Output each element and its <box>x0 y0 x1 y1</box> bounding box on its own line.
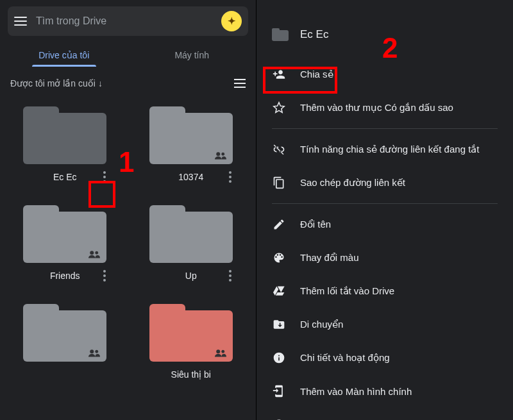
menu-label: Đổi tên <box>300 219 331 230</box>
menu-move[interactable]: Di chuyển <box>256 308 513 341</box>
menu-copy-link[interactable]: Sao chép đường liên kết <box>256 166 513 199</box>
trash-icon <box>272 417 286 420</box>
folder-icon <box>272 28 289 41</box>
menu-label: Di chuyển <box>300 319 343 330</box>
divider <box>272 203 498 204</box>
drive-shortcut-icon <box>272 284 286 298</box>
menu-details[interactable]: Chi tiết và hoạt động <box>256 341 513 374</box>
svg-point-2 <box>90 251 94 255</box>
folder-icon <box>149 205 233 263</box>
svg-point-5 <box>96 350 99 353</box>
folder-item[interactable]: Friends <box>4 199 126 281</box>
folder-move-icon <box>272 317 286 332</box>
folder-icon <box>23 106 106 164</box>
folder-icon <box>23 205 106 263</box>
sort-button[interactable]: Được tôi mở lần cuối↓ <box>10 78 103 88</box>
edit-icon <box>272 217 286 231</box>
folder-name: 10374 <box>178 172 203 182</box>
drive-file-list-screen: Tìm trong Drive ✦ Drive của tôi Máy tính… <box>0 0 256 420</box>
info-icon <box>272 351 286 365</box>
annotation-step-1: 1 <box>119 146 134 178</box>
folder-item[interactable]: Ec Ec <box>4 100 126 182</box>
drive-tabs: Drive của tôi Máy tính <box>0 42 256 67</box>
menu-star[interactable]: Thêm vào thư mục Có gắn dấu sao <box>256 91 513 124</box>
tab-my-drive[interactable]: Drive của tôi <box>0 42 128 67</box>
annotation-step-2: 2 <box>382 32 398 64</box>
more-options-icon[interactable] <box>226 267 234 284</box>
shared-icon <box>215 348 226 357</box>
menu-rename[interactable]: Đổi tên <box>256 208 513 241</box>
copy-icon <box>272 176 286 190</box>
folder-name: Ec Ec <box>53 172 77 182</box>
sheet-title: Ec Ec <box>300 28 328 41</box>
more-options-icon[interactable] <box>101 267 108 284</box>
menu-color[interactable]: Thay đổi màu <box>256 241 513 274</box>
actions-menu: Chia sẻ Thêm vào thư mục Có gắn dấu sao … <box>256 58 513 420</box>
menu-label: Chi tiết và hoạt động <box>300 352 390 364</box>
folder-icon <box>23 304 106 362</box>
menu-delete[interactable]: Xóa <box>256 408 513 420</box>
svg-point-6 <box>216 349 220 353</box>
folder-item[interactable]: Up <box>130 199 253 281</box>
search-bar[interactable]: Tìm trong Drive ✦ <box>8 6 248 36</box>
person-add-icon <box>272 67 286 81</box>
menu-label: Chia sẻ <box>300 69 333 80</box>
folder-actions-sheet: Ec Ec Chia sẻ Thêm vào thư mục Có gắn dấ… <box>256 0 513 420</box>
list-view-icon[interactable] <box>234 79 246 88</box>
tab-computers[interactable]: Máy tính <box>128 42 256 67</box>
svg-point-1 <box>221 153 224 156</box>
svg-point-0 <box>216 152 220 156</box>
more-options-icon[interactable] <box>226 169 234 185</box>
folder-icon <box>149 304 233 362</box>
folder-item[interactable]: 10374 <box>130 100 253 182</box>
link-off-icon <box>272 142 286 156</box>
divider <box>272 128 498 129</box>
menu-label: Thêm lối tắt vào Drive <box>300 285 394 297</box>
menu-label: Thêm vào Màn hình chính <box>300 386 412 397</box>
search-input[interactable]: Tìm trong Drive <box>36 15 212 27</box>
avatar[interactable]: ✦ <box>221 11 242 31</box>
palette-icon <box>272 251 286 265</box>
shared-icon <box>215 151 226 159</box>
folder-name: Up <box>185 271 197 281</box>
arrow-down-icon: ↓ <box>98 78 103 88</box>
star-outline-icon <box>272 101 286 115</box>
svg-point-4 <box>90 349 94 353</box>
menu-label: Tính năng chia sẻ đường liên kết đang tắ… <box>300 144 480 155</box>
menu-homescreen[interactable]: Thêm vào Màn hình chính <box>256 374 513 408</box>
folder-name: Friends <box>50 271 80 281</box>
menu-label: Sao chép đường liên kết <box>300 177 405 189</box>
add-to-home-icon <box>272 384 286 398</box>
shared-icon <box>88 348 100 357</box>
sort-row: Được tôi mở lần cuối↓ <box>0 67 256 94</box>
menu-label: Thay đổi màu <box>300 252 359 264</box>
svg-point-7 <box>221 350 224 353</box>
menu-label: Thêm vào thư mục Có gắn dấu sao <box>300 102 453 113</box>
folder-name: Siêu thị bi <box>171 369 211 380</box>
hamburger-menu-icon[interactable] <box>14 17 27 26</box>
more-options-icon[interactable] <box>101 169 108 185</box>
shared-icon <box>88 249 100 258</box>
menu-shortcut[interactable]: Thêm lối tắt vào Drive <box>256 274 513 308</box>
folder-grid: Ec Ec 10374 <box>0 94 256 380</box>
folder-item[interactable] <box>4 298 126 380</box>
folder-icon <box>149 106 233 164</box>
folder-item[interactable]: Siêu thị bi <box>130 298 253 380</box>
svg-point-3 <box>96 251 99 255</box>
menu-link-off[interactable]: Tính năng chia sẻ đường liên kết đang tắ… <box>256 133 513 166</box>
